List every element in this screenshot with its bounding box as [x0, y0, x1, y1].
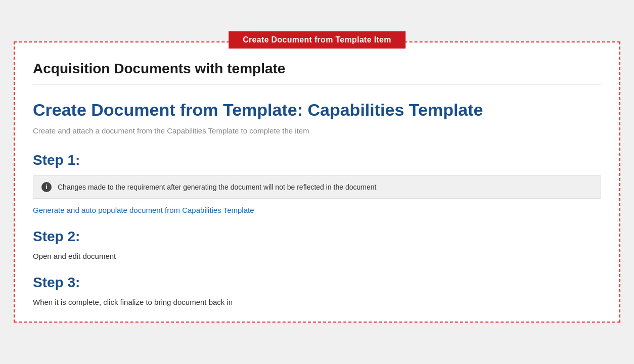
step3-description: When it is complete, click finalize to b… — [33, 298, 601, 306]
step1-heading: Step 1: — [33, 152, 601, 168]
step2-description: Open and edit document — [33, 252, 601, 260]
page-title: Acquisition Documents with template — [33, 61, 601, 77]
generate-link[interactable]: Generate and auto populate document from… — [33, 206, 254, 214]
info-message: Changes made to the requirement after ge… — [58, 183, 376, 191]
main-container: Create Document from Template Item Acqui… — [14, 41, 620, 323]
modal-title-bar: Create Document from Template Item — [229, 31, 405, 49]
subtitle-text: Create and attach a document from the Ca… — [33, 126, 601, 135]
info-box: i Changes made to the requirement after … — [33, 175, 601, 199]
content-area: Acquisition Documents with template Crea… — [15, 42, 619, 322]
divider — [33, 84, 601, 84]
step3-heading: Step 3: — [33, 275, 601, 291]
info-icon: i — [41, 182, 52, 192]
main-heading: Create Document from Template: Capabilit… — [33, 100, 601, 120]
step2-heading: Step 2: — [33, 229, 601, 245]
modal-title-text: Create Document from Template Item — [243, 35, 391, 44]
